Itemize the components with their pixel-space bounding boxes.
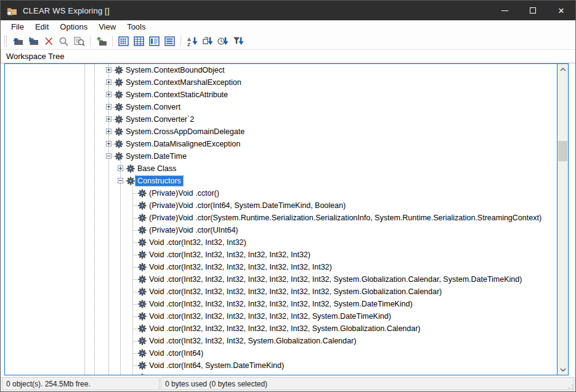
tree-item[interactable]: System.CrossAppDomainDelegate [5,126,557,138]
view-large-icons-button[interactable] [116,34,131,49]
tree-label[interactable]: System.ContextMarshalException [124,78,243,87]
tree-item[interactable]: Void .ctor(Int32, Int32, Int32, Int32, I… [5,310,557,322]
scroll-up-button[interactable] [558,64,568,74]
tree-item[interactable]: System.ContextStaticAttribute [5,89,557,101]
tree-label[interactable]: System.Convert [124,102,182,112]
close-icon: ✕ [558,7,565,15]
title-bar: CLEAR WS Exploring [] ✕ [1,1,575,20]
sort-by-date-button[interactable] [215,34,230,49]
tree-item[interactable]: System.DataMisalignedException [5,138,557,150]
tree-item[interactable]: Void .ctor(Int32, Int32, Int32, Int32, I… [5,286,557,298]
tree-label[interactable]: Void .ctor(Int32, Int32, Int32, Int32, I… [147,262,334,272]
tree-item[interactable]: System.ContextMarshalException [5,76,557,89]
search-button[interactable] [56,34,71,49]
move-up-button[interactable] [10,34,25,49]
minimize-button[interactable] [490,1,519,20]
toolbar-gripper[interactable] [4,36,7,47]
tree-label[interactable]: (Private)Void .ctor(System.Runtime.Seria… [147,213,543,223]
tree-label[interactable]: Void .ctor(Int32, Int32, Int32, System.G… [147,336,358,346]
tree-item[interactable]: (Private)Void .cctor() [5,187,557,199]
tree-view[interactable]: System.ContextBoundObjectSystem.ContextM… [5,64,557,375]
tree-item[interactable]: (Private)Void .ctor(Int64, System.DateTi… [5,199,557,212]
view-small-icons-button[interactable] [131,34,147,49]
tree-up-button[interactable] [25,34,41,49]
search-objects-button[interactable] [71,34,87,49]
tree-label-selected[interactable]: Constructors [136,176,183,186]
tree-label[interactable]: (Private)Void .ctor(UInt64) [147,225,240,235]
view-list-button[interactable] [147,34,162,49]
class-gear-icon [138,361,147,370]
class-gear-icon [138,250,147,259]
tree-label[interactable]: Void .ctor(Int32, Int32, Int32, Int32, I… [147,287,444,297]
menu-tools[interactable]: Tools [121,21,151,33]
tree-label[interactable]: Void .ctor(Int32, Int32, Int32, Int32, I… [147,250,312,260]
tree-label[interactable]: System.Converter`2 [124,114,196,124]
close-button[interactable]: ✕ [547,1,575,20]
grid-lines-icon [134,36,144,46]
vertical-scrollbar[interactable] [558,64,568,375]
tree-label[interactable]: (Private)Void .cctor() [147,188,221,198]
tree-item[interactable]: Base Class [5,162,557,175]
tree-item[interactable]: Void .ctor(Int32, Int32, Int32, Int32, I… [5,298,557,310]
maximize-icon [530,7,536,14]
tree-label[interactable]: Void .ctor(Int32, Int32, Int32) [147,238,248,247]
tree-item[interactable]: Constructors [5,175,557,187]
tree-item[interactable]: (Private)Void .ctor(System.Runtime.Seria… [5,212,557,224]
class-gear-icon [115,115,123,124]
new-namespace-button[interactable] [94,34,109,49]
sort-by-size-button[interactable] [200,34,215,49]
collapse-icon[interactable] [106,153,112,159]
tree-item[interactable]: Void .ctor(Int32, Int32, Int32) [5,236,557,249]
resize-grip-icon[interactable] [568,384,574,390]
tree-label[interactable]: Void .ctor(Int32, Int32, Int32, Int32, I… [147,299,415,309]
tree-label[interactable]: Void .ctor(Int32, Int32, Int32, Int32, I… [147,274,524,284]
tree-label[interactable]: Void .ctor(Int64, System.DateTimeKind) [147,361,286,370]
menu-file[interactable]: File [6,21,30,33]
tree-item[interactable]: System.Convert [5,101,557,113]
class-gear-icon [138,238,147,247]
tree-item[interactable]: System.Converter`2 [5,113,557,126]
collapse-icon[interactable] [118,178,123,183]
tree-item[interactable]: Void .ctor(Int32, Int32, Int32, System.G… [5,335,557,347]
scroll-down-button[interactable] [558,364,568,375]
tree-label[interactable]: System.CrossAppDomainDelegate [124,127,246,137]
tree-label[interactable]: Void .ctor(Int32, Int32, Int32, Int32, I… [147,311,393,321]
sort-by-type-button[interactable] [230,34,246,49]
tree-label[interactable]: (Private)Void .ctor(Int64, System.DateTi… [147,201,347,210]
tree-label[interactable]: Void .ctor(Int64) [147,348,205,358]
tree-item[interactable]: (Private)Void .ctor(UInt64) [5,224,557,236]
tree-item[interactable]: Void .ctor(Int32, Int32, Int32, Int32, I… [5,261,557,273]
expand-icon[interactable] [106,141,112,146]
delete-button[interactable] [41,34,56,49]
chevron-down-icon [560,368,566,372]
expand-icon[interactable] [106,104,112,110]
menu-options[interactable]: Options [54,21,93,33]
expand-icon[interactable] [106,116,112,122]
sort-alphabetic-button[interactable]: AZ [184,34,200,49]
menu-edit[interactable]: Edit [30,21,54,33]
menu-view[interactable]: View [93,21,121,33]
expand-icon[interactable] [106,79,112,85]
tree-item[interactable]: Void .ctor(Int64) [5,347,557,359]
expand-icon[interactable] [118,166,123,171]
tree-item[interactable]: Void .ctor(Int32, Int32, Int32, Int32, I… [5,322,557,335]
tree-label[interactable]: System.DataMisalignedException [124,139,242,149]
tree-item[interactable]: Void .ctor(Int32, Int32, Int32, Int32, I… [5,249,557,261]
tree-label[interactable]: System.ContextStaticAttribute [124,90,230,100]
expand-icon[interactable] [106,129,112,134]
expand-icon[interactable] [106,67,112,73]
scrollbar-thumb[interactable] [558,141,567,161]
tree-item[interactable]: Void .ctor(Int32, Int32, Int32, Int32, I… [5,273,557,286]
class-gear-icon [126,177,135,185]
view-details-button[interactable] [162,34,177,49]
tree-item[interactable]: Void .ctor(Int64, System.DateTimeKind) [5,359,557,372]
tree-label[interactable]: Base Class [136,164,178,174]
maximize-button[interactable] [519,1,547,20]
tree-item[interactable]: System.DateTime [5,150,557,162]
expand-icon[interactable] [106,92,112,97]
tree-label[interactable]: Void .ctor(Int32, Int32, Int32, Int32, I… [147,324,423,334]
tree-item[interactable]: System.ContextBoundObject [5,64,557,76]
tree-label[interactable]: System.ContextBoundObject [124,65,227,75]
tree-item-partial[interactable] [5,372,557,375]
tree-label[interactable]: System.DateTime [124,151,189,161]
